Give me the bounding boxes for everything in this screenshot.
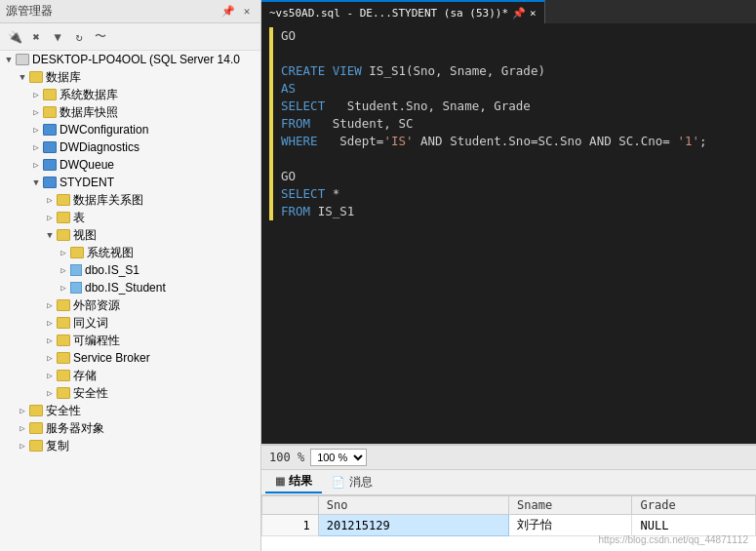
expand-icon[interactable]: ▷ (43, 211, 57, 224)
expand-icon[interactable]: ▷ (29, 140, 43, 154)
tab-pin-icon: 📌 (512, 7, 526, 20)
code-string: '1' (677, 134, 699, 148)
list-item[interactable]: ▷ 复制 (0, 437, 260, 454)
list-item[interactable]: ▷ 系统数据库 (0, 86, 260, 103)
list-item[interactable]: ▷ 系统视图 (0, 244, 260, 261)
expand-icon[interactable]: ▷ (43, 386, 57, 400)
code-text: GO (273, 27, 296, 45)
tree-label: 视图 (73, 227, 97, 244)
results-tab[interactable]: ▦ 结果 (265, 471, 322, 493)
pin-icon[interactable]: 📌 (220, 4, 236, 20)
expand-icon[interactable]: ▷ (43, 351, 57, 365)
server-node[interactable]: ▼ DESKTOP-LPO4OOL (SQL Server 14.0 (0, 51, 260, 68)
expand-icon[interactable]: ▷ (43, 334, 57, 347)
list-item[interactable]: ▼ 数据库 (0, 68, 260, 86)
folder-icon (43, 106, 57, 118)
zoom-dropdown[interactable]: 100 % (310, 449, 367, 466)
list-item[interactable]: ▷ 同义词 (0, 314, 260, 332)
disconnect-icon[interactable]: ✖ (27, 28, 45, 46)
folder-icon (57, 352, 70, 364)
tree-label: 安全性 (73, 385, 108, 402)
code-keyword: SELECT (281, 98, 325, 113)
sql-tab[interactable]: ~vs50AD.sql - DE...STYDENT (sa (53))* 📌 … (261, 0, 545, 23)
list-item[interactable]: ▷ 数据库快照 (0, 103, 260, 121)
close-panel-button[interactable]: ✕ (239, 4, 255, 20)
list-item[interactable]: ▷ DWDiagnostics (0, 138, 260, 156)
tree-label: DWConfiguration (60, 123, 148, 137)
filter-icon[interactable]: ▼ (49, 28, 66, 46)
code-line: AS (269, 80, 748, 98)
code-keyword: SELECT (281, 186, 325, 201)
expand-icon[interactable]: ▷ (29, 105, 43, 119)
list-item[interactable]: ▷ 外部资源 (0, 296, 260, 314)
expand-icon[interactable]: ▷ (43, 316, 57, 330)
expand-icon[interactable]: ▷ (16, 421, 29, 435)
code-plain: AND Student.Sno=SC.Sno AND SC.Cno= (414, 134, 678, 148)
list-item[interactable]: ▷ 数据库关系图 (0, 191, 260, 209)
code-text: FROM Student, SC (273, 115, 413, 133)
wave-icon[interactable]: 〜 (92, 28, 109, 46)
code-line: SELECT * (269, 185, 748, 203)
expand-icon[interactable]: ▷ (57, 246, 70, 259)
code-plain: * (333, 186, 340, 201)
expand-icon[interactable]: ▷ (29, 88, 43, 101)
messages-tab[interactable]: 📄 消息 (322, 472, 382, 492)
code-plain: ; (699, 134, 707, 148)
expand-icon[interactable]: ▷ (43, 193, 57, 207)
cell-grade: NULL (632, 515, 756, 536)
tab-bar: ~vs50AD.sql - DE...STYDENT (sa (53))* 📌 … (261, 0, 756, 23)
tree-area[interactable]: ▼ DESKTOP-LPO4OOL (SQL Server 14.0 ▼ 数据库… (0, 51, 260, 551)
service-broker-label: Service Broker (73, 351, 150, 365)
folder-icon (57, 299, 70, 311)
list-item[interactable]: ▷ dbo.IS_Student (0, 279, 260, 296)
folder-icon (57, 335, 70, 346)
expand-icon[interactable]: ▷ (16, 439, 29, 453)
refresh-icon[interactable]: ↻ (70, 28, 88, 46)
stydent-node[interactable]: ▼ STYDENT (0, 174, 260, 191)
server-label: DESKTOP-LPO4OOL (SQL Server 14.0 (32, 53, 240, 66)
list-item[interactable]: ▷ 表 (0, 209, 260, 226)
code-keyword: FROM (281, 116, 310, 131)
watermark: https://blog.csdn.net/qq_44871112 (599, 534, 748, 545)
service-broker-node[interactable]: ▷ Service Broker (0, 349, 260, 367)
expand-server-icon[interactable]: ▼ (2, 53, 16, 66)
expand-views-icon[interactable]: ▼ (43, 228, 57, 242)
list-item[interactable]: ▷ 服务器对象 (0, 419, 260, 437)
expand-stydent-icon[interactable]: ▼ (29, 176, 43, 189)
tab-label: ~vs50AD.sql - DE...STYDENT (sa (53))* (269, 7, 508, 20)
tree-label: 数据库快照 (60, 104, 118, 121)
folder-icon (57, 229, 70, 241)
expand-icon[interactable]: ▷ (16, 404, 29, 417)
expand-icon[interactable]: ▷ (43, 369, 57, 382)
tree-label: 安全性 (46, 403, 81, 419)
list-item[interactable]: ▷ 安全性 (0, 384, 260, 402)
expand-icon[interactable]: ▷ (57, 263, 70, 277)
row-number: 1 (262, 515, 319, 536)
connect-icon[interactable]: 🔌 (6, 28, 23, 46)
list-item[interactable]: ▷ DWQueue (0, 156, 260, 174)
list-item[interactable]: ▷ dbo.IS_S1 (0, 261, 260, 279)
expand-icon[interactable]: ▷ (43, 298, 57, 312)
code-text: FROM IS_S1 (273, 203, 354, 220)
code-line: SELECT Student.Sno, Sname, Grade (269, 98, 748, 115)
expand-icon[interactable]: ▷ (29, 158, 43, 172)
col-header-sname: Sname (509, 496, 632, 515)
code-text: AS (273, 80, 296, 98)
tab-close-button[interactable]: × (530, 7, 537, 20)
list-item[interactable]: ▷ 安全性 (0, 402, 260, 419)
code-keyword: WHERE (281, 134, 318, 148)
main-layout: 源管理器 📌 ✕ 🔌 ✖ ▼ ↻ 〜 ▼ DESKTOP-LPO4OOL (SQ… (0, 0, 756, 551)
code-text: SELECT * (273, 185, 339, 203)
code-editor[interactable]: GO CREATE VIEW IS_S1(Sno, Sname, Grade) … (261, 23, 756, 444)
tree-label: 外部资源 (73, 297, 120, 314)
list-item[interactable]: ▼ 视图 (0, 226, 260, 244)
tree-label: 表 (73, 210, 85, 226)
list-item[interactable]: ▷ DWConfiguration (0, 121, 260, 138)
list-item[interactable]: ▷ 可编程性 (0, 332, 260, 349)
expand-db-icon[interactable]: ▼ (16, 70, 29, 84)
expand-icon[interactable]: ▷ (57, 281, 70, 295)
data-table: Sno Sname Grade 1 201215129 刘子怡 NULL (261, 495, 756, 536)
expand-icon[interactable]: ▷ (29, 123, 43, 137)
list-item[interactable]: ▷ 存储 (0, 367, 260, 384)
view-icon (70, 264, 82, 276)
